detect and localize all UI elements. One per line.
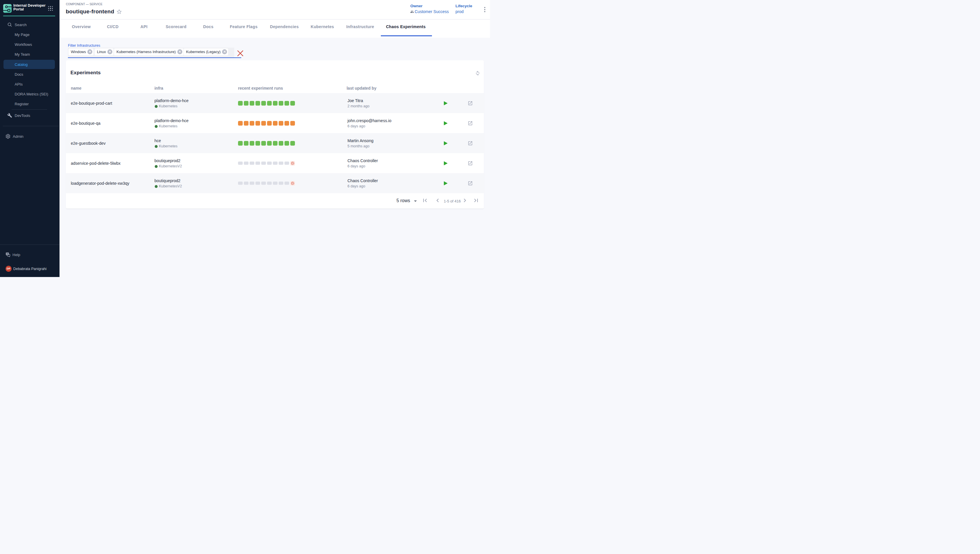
svg-text:?: ? (7, 252, 8, 255)
